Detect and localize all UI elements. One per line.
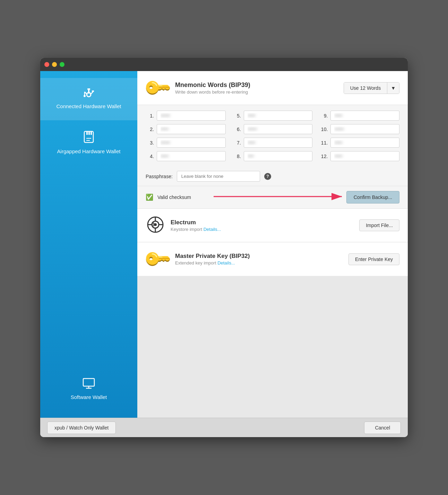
software-wallet-label: Software Wallet: [71, 394, 107, 401]
electrum-title: Electrum: [171, 219, 354, 226]
arrow-annotation: [207, 190, 352, 205]
word-row-5: 5.: [233, 111, 313, 121]
close-button[interactable]: [44, 62, 49, 67]
content-spacer: [137, 276, 408, 418]
help-icon[interactable]: ?: [264, 173, 271, 180]
electrum-subtitle: Keystore import Details...: [171, 227, 354, 232]
svg-rect-12: [91, 131, 92, 135]
sidebar: Connected Hardware Wallet Airgapped Hard…: [40, 71, 137, 418]
use-words-button[interactable]: Use 12 Words: [344, 82, 387, 94]
sd-card-icon: [84, 131, 94, 145]
word-input-2[interactable]: [157, 124, 226, 134]
confirm-backup-button[interactable]: Confirm Backup...: [346, 191, 399, 203]
word-num-12: 12.: [319, 154, 328, 159]
main-content: 🔑 Mnemonic Words (BIP39) Write down word…: [137, 71, 408, 418]
word-num-8: 8.: [233, 154, 241, 159]
word-input-1[interactable]: [157, 111, 226, 121]
master-key-title-area: Master Private Key (BIP32) Extended key …: [175, 253, 343, 266]
svg-rect-10: [86, 131, 88, 135]
word-num-11: 11.: [319, 140, 328, 146]
electrum-section: ₿ Electrum Keystore import Details... Im…: [137, 209, 408, 242]
word-grid-container: 1. 2. 3. 4.: [137, 105, 408, 167]
master-key-details-link[interactable]: Details...: [217, 260, 235, 266]
word-row-8: 8.: [233, 151, 313, 161]
checksum-icon: ✅: [146, 193, 153, 201]
word-row-12: 12.: [319, 151, 399, 161]
sidebar-item-software-wallet[interactable]: Software Wallet: [40, 367, 137, 411]
connected-hardware-label: Connected Hardware Wallet: [56, 103, 121, 110]
window-body: Connected Hardware Wallet Airgapped Hard…: [40, 71, 408, 418]
word-input-9[interactable]: [330, 111, 399, 121]
word-input-4[interactable]: [157, 151, 226, 161]
maximize-button[interactable]: [60, 62, 64, 67]
mnemonic-section: 🔑 Mnemonic Words (BIP39) Write down word…: [137, 71, 408, 209]
word-grid: 1. 2. 3. 4.: [146, 111, 399, 161]
sidebar-item-airgapped-hardware[interactable]: Airgapped Hardware Wallet: [40, 120, 137, 165]
word-row-11: 11.: [319, 138, 399, 148]
mnemonic-title-area: Mnemonic Words (BIP39) Write down words …: [175, 81, 338, 95]
minimize-button[interactable]: [52, 62, 57, 67]
word-row-2: 2.: [146, 124, 226, 134]
master-key-subtitle: Extended key import Details...: [175, 260, 343, 266]
svg-rect-15: [83, 379, 94, 386]
titlebar: [40, 58, 408, 71]
word-num-7: 7.: [233, 140, 241, 146]
word-num-4: 4.: [146, 154, 154, 159]
word-num-9: 9.: [319, 113, 328, 119]
word-column-2: 5. 6. 7. 8.: [233, 111, 313, 161]
word-num-10: 10.: [319, 127, 328, 132]
word-row-10: 10.: [319, 124, 399, 134]
enter-private-key-button[interactable]: Enter Private Key: [348, 253, 399, 265]
word-column-3: 9. 10. 11.: [319, 111, 399, 161]
master-key-section: 🔑 Master Private Key (BIP32) Extended ke…: [137, 242, 408, 276]
svg-point-5: [84, 95, 86, 97]
checksum-text: Valid checksum: [157, 194, 191, 200]
word-column-1: 1. 2. 3. 4.: [146, 111, 226, 161]
mnemonic-title: Mnemonic Words (BIP39): [175, 81, 338, 89]
mnemonic-header: 🔑 Mnemonic Words (BIP39) Write down word…: [137, 71, 408, 105]
passphrase-row: Passphrase: ?: [137, 167, 408, 186]
word-input-7[interactable]: [244, 138, 313, 148]
word-row-6: 6.: [233, 124, 313, 134]
checksum-row: ✅ Valid checksum Conf: [137, 186, 408, 208]
monitor-icon: [83, 378, 95, 390]
word-row-3: 3.: [146, 138, 226, 148]
master-key-title: Master Private Key (BIP32): [175, 253, 343, 260]
main-window: Connected Hardware Wallet Airgapped Hard…: [40, 58, 408, 437]
word-num-1: 1.: [146, 113, 154, 119]
word-input-10[interactable]: [330, 124, 399, 134]
svg-text:₿: ₿: [153, 223, 155, 227]
cancel-button[interactable]: Cancel: [364, 422, 401, 434]
word-input-3[interactable]: [157, 138, 226, 148]
word-num-2: 2.: [146, 127, 154, 132]
bottom-bar: xpub / Watch Only Wallet Cancel: [40, 418, 408, 437]
svg-rect-11: [88, 131, 90, 135]
word-row-1: 1.: [146, 111, 226, 121]
use-words-dropdown-button[interactable]: ▼: [387, 82, 399, 94]
word-num-5: 5.: [233, 113, 241, 119]
word-input-12[interactable]: [330, 151, 399, 161]
master-key-icon: 🔑: [141, 244, 172, 275]
airgapped-hardware-label: Airgapped Hardware Wallet: [57, 148, 121, 155]
use-words-btn-group: Use 12 Words ▼: [344, 82, 399, 94]
import-file-button[interactable]: Import File...: [359, 219, 399, 231]
word-input-5[interactable]: [244, 111, 313, 121]
word-num-6: 6.: [233, 127, 241, 132]
sidebar-item-connected-hardware[interactable]: Connected Hardware Wallet: [40, 78, 137, 120]
word-input-6[interactable]: [244, 124, 313, 134]
usb-icon: [83, 88, 95, 99]
word-num-3: 3.: [146, 140, 154, 146]
passphrase-input[interactable]: [177, 171, 260, 182]
passphrase-label: Passphrase:: [146, 174, 173, 179]
svg-rect-8: [92, 90, 94, 92]
word-row-4: 4.: [146, 151, 226, 161]
electrum-icon: ₿: [146, 215, 165, 236]
word-input-8[interactable]: [244, 151, 313, 161]
electrum-title-area: Electrum Keystore import Details...: [171, 219, 354, 232]
mnemonic-key-icon: 🔑: [141, 72, 172, 103]
xpub-watch-only-button[interactable]: xpub / Watch Only Wallet: [47, 422, 116, 434]
mnemonic-subtitle: Write down words before re-entering: [175, 89, 338, 95]
word-row-9: 9.: [319, 111, 399, 121]
word-input-11[interactable]: [330, 138, 399, 148]
electrum-details-link[interactable]: Details...: [204, 227, 221, 232]
